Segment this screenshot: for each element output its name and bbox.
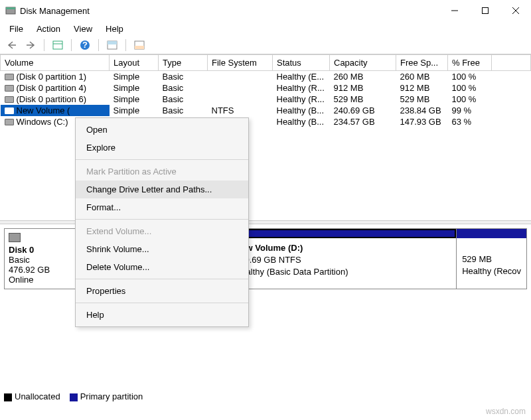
col-fs[interactable]: File System bbox=[208, 55, 273, 71]
volume-icon bbox=[5, 85, 14, 92]
help-button[interactable]: ? bbox=[77, 38, 93, 52]
show-hide-button[interactable] bbox=[50, 38, 66, 52]
col-spare[interactable] bbox=[492, 55, 531, 71]
forward-button[interactable] bbox=[23, 38, 38, 52]
legend-primary: Primary partition bbox=[70, 391, 143, 401]
svg-rect-6 bbox=[53, 41, 62, 49]
ctx-change-drive-letter[interactable]: Change Drive Letter and Paths... bbox=[76, 180, 248, 198]
close-button[interactable] bbox=[500, 0, 531, 21]
volume-icon bbox=[5, 96, 14, 103]
legend-unallocated: Unallocated bbox=[4, 391, 60, 401]
ctx-mark-active: Mark Partition as Active bbox=[76, 163, 248, 180]
ctx-delete-volume[interactable]: Delete Volume... bbox=[76, 258, 248, 276]
col-type[interactable]: Type bbox=[159, 55, 208, 71]
toolbar-separator bbox=[125, 39, 126, 51]
toolbar-separator bbox=[44, 39, 44, 51]
ctx-extend-volume: Extend Volume... bbox=[76, 222, 248, 240]
minimize-button[interactable] bbox=[439, 0, 470, 21]
app-icon bbox=[5, 5, 16, 16]
svg-rect-1 bbox=[6, 7, 15, 9]
title-bar: Disk Management bbox=[0, 0, 531, 21]
volume-icon bbox=[5, 107, 14, 114]
ctx-explore[interactable]: Explore bbox=[76, 139, 248, 157]
disk-type: Basic bbox=[9, 255, 30, 265]
col-pct[interactable]: % Free bbox=[448, 55, 492, 71]
ctx-properties[interactable]: Properties bbox=[76, 282, 248, 300]
ctx-separator bbox=[76, 303, 248, 303]
ctx-shrink-volume[interactable]: Shrink Volume... bbox=[76, 240, 248, 258]
legend: Unallocated Primary partition bbox=[4, 391, 143, 401]
maximize-button[interactable] bbox=[470, 0, 500, 21]
svg-rect-3 bbox=[483, 8, 489, 14]
disk-icon bbox=[9, 233, 21, 242]
watermark: wsxdn.com bbox=[486, 407, 526, 416]
ctx-separator bbox=[76, 219, 248, 220]
table-row[interactable]: (Disk 0 partition 6)SimpleBasicHealthy (… bbox=[1, 94, 531, 105]
back-button[interactable] bbox=[4, 38, 20, 52]
ctx-separator bbox=[76, 159, 248, 160]
disk-header[interactable]: Disk 0 Basic 476.92 GB Online bbox=[4, 228, 77, 289]
ctx-open[interactable]: Open bbox=[76, 121, 248, 139]
view-top-button[interactable] bbox=[104, 38, 120, 52]
menu-view[interactable]: View bbox=[68, 23, 98, 35]
view-bottom-button[interactable] bbox=[131, 38, 147, 52]
table-header-row: Volume Layout Type File System Status Ca… bbox=[1, 55, 531, 71]
toolbar: ? bbox=[0, 36, 531, 54]
svg-text:?: ? bbox=[82, 40, 88, 50]
menu-action[interactable]: Action bbox=[31, 23, 66, 35]
menu-help[interactable]: Help bbox=[100, 23, 129, 35]
partition-block-selected[interactable]: New Volume (D:)240.69 GB NTFSHealthy (Ba… bbox=[230, 228, 457, 289]
context-menu: Open Explore Mark Partition as Active Ch… bbox=[75, 117, 249, 327]
ctx-format[interactable]: Format... bbox=[76, 198, 248, 216]
table-row[interactable]: (Disk 0 partition 4)SimpleBasicHealthy (… bbox=[1, 82, 531, 94]
col-free[interactable]: Free Sp... bbox=[396, 55, 448, 71]
volume-icon bbox=[5, 119, 14, 125]
window-title: Disk Management bbox=[20, 6, 90, 16]
menu-file[interactable]: File bbox=[4, 23, 29, 35]
toolbar-separator bbox=[71, 39, 72, 51]
volume-table[interactable]: Volume Layout Type File System Status Ca… bbox=[0, 54, 531, 127]
svg-rect-13 bbox=[135, 46, 144, 49]
disk-size: 476.92 GB bbox=[9, 265, 50, 275]
col-status[interactable]: Status bbox=[273, 55, 330, 71]
col-capacity[interactable]: Capacity bbox=[330, 55, 396, 71]
partition-block[interactable]: 529 MBHealthy (Recov bbox=[457, 228, 527, 289]
disk-state: Online bbox=[9, 275, 34, 285]
table-row-selected[interactable]: New Volume (SimpleBasicNTFSHealthy (B...… bbox=[1, 105, 531, 116]
disk-name: Disk 0 bbox=[9, 245, 34, 255]
table-row[interactable]: (Disk 0 partition 1)SimpleBasicHealthy (… bbox=[1, 71, 531, 83]
volume-icon bbox=[5, 74, 14, 80]
ctx-help[interactable]: Help bbox=[76, 306, 248, 324]
toolbar-separator bbox=[98, 39, 99, 51]
col-volume[interactable]: Volume bbox=[1, 55, 110, 71]
menu-bar: File Action View Help bbox=[0, 21, 531, 36]
col-layout[interactable]: Layout bbox=[110, 55, 159, 71]
svg-rect-11 bbox=[108, 41, 117, 44]
ctx-separator bbox=[76, 279, 248, 279]
